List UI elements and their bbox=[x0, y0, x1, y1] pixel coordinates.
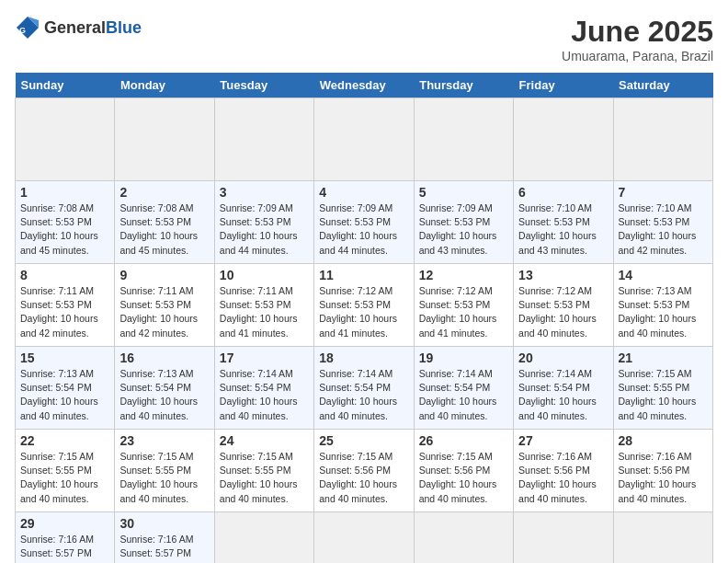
day-number: 30 bbox=[119, 516, 209, 531]
day-info: Sunrise: 7:16 AM Sunset: 5:56 PM Dayligh… bbox=[518, 450, 608, 506]
day-info: Sunrise: 7:16 AM Sunset: 5:56 PM Dayligh… bbox=[619, 450, 708, 506]
day-number: 15 bbox=[20, 350, 109, 365]
svg-text:G: G bbox=[19, 26, 26, 35]
day-info: Sunrise: 7:12 AM Sunset: 5:53 PM Dayligh… bbox=[518, 284, 608, 340]
day-number: 7 bbox=[619, 185, 708, 200]
table-row: 6 Sunrise: 7:10 AM Sunset: 5:53 PM Dayli… bbox=[514, 181, 613, 264]
day-number: 16 bbox=[119, 350, 209, 365]
day-number: 23 bbox=[119, 433, 209, 448]
weekday-header-row: Sunday Monday Tuesday Wednesday Thursday… bbox=[16, 73, 713, 98]
day-number: 13 bbox=[518, 268, 608, 282]
day-number: 17 bbox=[220, 350, 309, 365]
day-info: Sunrise: 7:13 AM Sunset: 5:53 PM Dayligh… bbox=[619, 284, 708, 340]
table-row: 5 Sunrise: 7:09 AM Sunset: 5:53 PM Dayli… bbox=[414, 181, 513, 264]
table-row: 25 Sunrise: 7:15 AM Sunset: 5:56 PM Dayl… bbox=[314, 430, 414, 512]
table-row bbox=[214, 98, 313, 181]
day-number: 29 bbox=[20, 516, 109, 531]
day-number: 27 bbox=[518, 433, 608, 448]
calendar-week-row: 29 Sunrise: 7:16 AM Sunset: 5:57 PM Dayl… bbox=[16, 512, 713, 564]
day-info: Sunrise: 7:14 AM Sunset: 5:54 PM Dayligh… bbox=[319, 367, 408, 423]
day-info: Sunrise: 7:13 AM Sunset: 5:54 PM Dayligh… bbox=[119, 367, 209, 423]
table-row: 13 Sunrise: 7:12 AM Sunset: 5:53 PM Dayl… bbox=[514, 264, 613, 347]
day-info: Sunrise: 7:14 AM Sunset: 5:54 PM Dayligh… bbox=[220, 367, 309, 423]
table-row: 12 Sunrise: 7:12 AM Sunset: 5:53 PM Dayl… bbox=[414, 264, 513, 347]
table-row: 1 Sunrise: 7:08 AM Sunset: 5:53 PM Dayli… bbox=[16, 181, 115, 264]
table-row bbox=[214, 512, 313, 564]
day-number: 3 bbox=[220, 185, 309, 200]
table-row: 9 Sunrise: 7:11 AM Sunset: 5:53 PM Dayli… bbox=[115, 264, 214, 347]
day-number: 20 bbox=[518, 350, 608, 365]
day-info: Sunrise: 7:10 AM Sunset: 5:53 PM Dayligh… bbox=[619, 201, 708, 258]
table-row bbox=[16, 98, 115, 181]
page-header: G GeneralBlue June 2025 Umuarama, Parana… bbox=[15, 15, 713, 63]
day-number: 14 bbox=[619, 268, 708, 282]
day-info: Sunrise: 7:11 AM Sunset: 5:53 PM Dayligh… bbox=[220, 284, 309, 340]
day-number: 19 bbox=[419, 350, 508, 365]
header-thursday: Thursday bbox=[414, 73, 513, 98]
table-row: 24 Sunrise: 7:15 AM Sunset: 5:55 PM Dayl… bbox=[214, 430, 313, 512]
table-row: 8 Sunrise: 7:11 AM Sunset: 5:53 PM Dayli… bbox=[16, 264, 115, 347]
header-wednesday: Wednesday bbox=[314, 73, 414, 98]
day-info: Sunrise: 7:09 AM Sunset: 5:53 PM Dayligh… bbox=[220, 201, 309, 258]
header-sunday: Sunday bbox=[16, 73, 115, 98]
table-row bbox=[514, 98, 613, 181]
table-row: 19 Sunrise: 7:14 AM Sunset: 5:54 PM Dayl… bbox=[414, 347, 513, 430]
table-row: 22 Sunrise: 7:15 AM Sunset: 5:55 PM Dayl… bbox=[16, 430, 115, 512]
calendar-title: June 2025 bbox=[562, 15, 713, 49]
day-number: 10 bbox=[220, 268, 309, 282]
day-number: 12 bbox=[419, 268, 508, 282]
calendar-week-row: 15 Sunrise: 7:13 AM Sunset: 5:54 PM Dayl… bbox=[16, 347, 713, 430]
day-number: 1 bbox=[20, 185, 109, 200]
table-row: 14 Sunrise: 7:13 AM Sunset: 5:53 PM Dayl… bbox=[613, 264, 712, 347]
table-row: 7 Sunrise: 7:10 AM Sunset: 5:53 PM Dayli… bbox=[613, 181, 712, 264]
day-info: Sunrise: 7:15 AM Sunset: 5:55 PM Dayligh… bbox=[619, 367, 708, 423]
day-number: 8 bbox=[20, 268, 109, 282]
calendar-week-row: 8 Sunrise: 7:11 AM Sunset: 5:53 PM Dayli… bbox=[16, 264, 713, 347]
day-info: Sunrise: 7:12 AM Sunset: 5:53 PM Dayligh… bbox=[319, 284, 408, 340]
day-number: 22 bbox=[20, 433, 109, 448]
title-block: June 2025 Umuarama, Parana, Brazil bbox=[562, 15, 713, 63]
table-row: 10 Sunrise: 7:11 AM Sunset: 5:53 PM Dayl… bbox=[214, 264, 313, 347]
table-row: 4 Sunrise: 7:09 AM Sunset: 5:53 PM Dayli… bbox=[314, 181, 414, 264]
calendar-week-row bbox=[16, 98, 713, 181]
calendar-week-row: 1 Sunrise: 7:08 AM Sunset: 5:53 PM Dayli… bbox=[16, 181, 713, 264]
day-number: 25 bbox=[319, 433, 408, 448]
day-info: Sunrise: 7:08 AM Sunset: 5:53 PM Dayligh… bbox=[20, 201, 109, 258]
day-info: Sunrise: 7:16 AM Sunset: 5:57 PM Dayligh… bbox=[119, 533, 209, 563]
header-tuesday: Tuesday bbox=[214, 73, 313, 98]
day-info: Sunrise: 7:15 AM Sunset: 5:56 PM Dayligh… bbox=[419, 450, 508, 506]
table-row: 17 Sunrise: 7:14 AM Sunset: 5:54 PM Dayl… bbox=[214, 347, 313, 430]
table-row bbox=[314, 512, 414, 564]
day-info: Sunrise: 7:14 AM Sunset: 5:54 PM Dayligh… bbox=[419, 367, 508, 423]
calendar-week-row: 22 Sunrise: 7:15 AM Sunset: 5:55 PM Dayl… bbox=[16, 430, 713, 512]
day-info: Sunrise: 7:15 AM Sunset: 5:56 PM Dayligh… bbox=[319, 450, 408, 506]
table-row: 15 Sunrise: 7:13 AM Sunset: 5:54 PM Dayl… bbox=[16, 347, 115, 430]
day-number: 9 bbox=[119, 268, 209, 282]
day-info: Sunrise: 7:09 AM Sunset: 5:53 PM Dayligh… bbox=[419, 201, 508, 258]
table-row: 11 Sunrise: 7:12 AM Sunset: 5:53 PM Dayl… bbox=[314, 264, 414, 347]
calendar-location: Umuarama, Parana, Brazil bbox=[562, 49, 713, 63]
header-monday: Monday bbox=[115, 73, 214, 98]
header-saturday: Saturday bbox=[613, 73, 712, 98]
logo-general-text: GeneralBlue bbox=[44, 18, 142, 38]
table-row bbox=[613, 98, 712, 181]
table-row: 16 Sunrise: 7:13 AM Sunset: 5:54 PM Dayl… bbox=[115, 347, 214, 430]
day-number: 26 bbox=[419, 433, 508, 448]
day-number: 21 bbox=[619, 350, 708, 365]
day-info: Sunrise: 7:12 AM Sunset: 5:53 PM Dayligh… bbox=[419, 284, 508, 340]
logo: G GeneralBlue bbox=[15, 15, 142, 40]
table-row: 26 Sunrise: 7:15 AM Sunset: 5:56 PM Dayl… bbox=[414, 430, 513, 512]
day-info: Sunrise: 7:14 AM Sunset: 5:54 PM Dayligh… bbox=[518, 367, 608, 423]
day-info: Sunrise: 7:16 AM Sunset: 5:57 PM Dayligh… bbox=[20, 533, 109, 563]
day-number: 11 bbox=[319, 268, 408, 282]
table-row: 27 Sunrise: 7:16 AM Sunset: 5:56 PM Dayl… bbox=[514, 430, 613, 512]
day-info: Sunrise: 7:15 AM Sunset: 5:55 PM Dayligh… bbox=[20, 450, 109, 506]
table-row bbox=[314, 98, 414, 181]
calendar-table: Sunday Monday Tuesday Wednesday Thursday… bbox=[15, 73, 713, 563]
table-row: 3 Sunrise: 7:09 AM Sunset: 5:53 PM Dayli… bbox=[214, 181, 313, 264]
day-info: Sunrise: 7:11 AM Sunset: 5:53 PM Dayligh… bbox=[119, 284, 209, 340]
day-number: 6 bbox=[518, 185, 608, 200]
day-number: 2 bbox=[119, 185, 209, 200]
calendar-header: Sunday Monday Tuesday Wednesday Thursday… bbox=[16, 73, 713, 98]
table-row: 28 Sunrise: 7:16 AM Sunset: 5:56 PM Dayl… bbox=[613, 430, 712, 512]
